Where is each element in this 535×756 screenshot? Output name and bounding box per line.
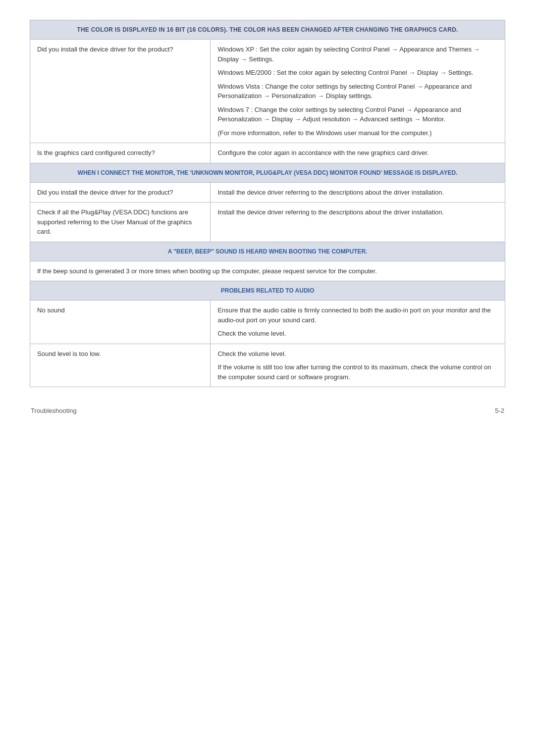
unknown-monitor-row-2: Check if all the Plug&Play (VESA DDC) fu… [30,202,505,242]
color-row-2-left: Is the graphics card configured correctl… [30,143,211,163]
unknown-monitor-row-1-left: Did you install the device driver for th… [30,182,211,202]
unknown-monitor-row-1-right: Install the device driver referring to t… [211,182,505,202]
color-section-header-row: THE COLOR IS DISPLAYED IN 16 BIT (16 COL… [30,20,505,40]
unknown-monitor-header: WHEN I CONNECT THE MONITOR, THE 'UNKNOWN… [30,163,505,182]
audio-section-header-row: PROBLEMS RELATED TO AUDIO [30,281,505,301]
beep-full-row: If the beep sound is generated 3 or more… [30,261,505,281]
audio-row-1-left: No sound [30,301,211,344]
color-row-2: Is the graphics card configured correctl… [30,143,505,163]
beep-full-row-text: If the beep sound is generated 3 or more… [30,261,505,281]
audio-row-2: Sound level is too low. Check the volume… [30,344,505,387]
color-row-2-right: Configure the color again in accordance … [211,143,505,163]
beep-section-header: A "BEEP, BEEP" SOUND IS HEARD WHEN BOOTI… [30,242,505,261]
audio-section-header: PROBLEMS RELATED TO AUDIO [30,281,505,301]
audio-row-2-right: Check the volume level. If the volume is… [211,344,505,387]
color-row-1-right-p5: (For more information, refer to the Wind… [217,128,498,138]
unknown-monitor-row-1: Did you install the device driver for th… [30,182,505,202]
audio-row-1: No sound Ensure that the audio cable is … [30,301,505,344]
audio-row-2-left: Sound level is too low. [30,344,211,387]
color-row-1-right-p3: Windows Vista : Change the color setting… [217,82,498,101]
color-row-2-right-p1: Configure the color again in accordance … [217,148,498,158]
color-row-1-right-p2: Windows ME/2000 : Set the color again by… [217,68,498,78]
color-row-1-right-p1: Windows XP : Set the color again by sele… [217,45,498,64]
unknown-monitor-row-2-right-p1: Install the device driver referring to t… [217,207,498,217]
audio-row-1-right: Ensure that the audio cable is firmly co… [211,301,505,344]
color-row-1-right: Windows XP : Set the color again by sele… [211,40,505,143]
footer-right: 5-2 [495,407,504,414]
beep-section-header-row: A "BEEP, BEEP" SOUND IS HEARD WHEN BOOTI… [30,242,505,261]
footer: Troubleshooting 5-2 [30,407,505,414]
unknown-monitor-row-1-right-p1: Install the device driver referring to t… [217,188,498,198]
audio-row-2-right-p2: If the volume is still too low after tur… [217,362,498,382]
unknown-monitor-header-row: WHEN I CONNECT THE MONITOR, THE 'UNKNOWN… [30,163,505,182]
troubleshooting-table: THE COLOR IS DISPLAYED IN 16 BIT (16 COL… [30,20,505,387]
color-row-1-right-p4: Windows 7 : Change the color settings by… [217,105,498,124]
color-row-1-left: Did you install the device driver for th… [30,40,211,143]
color-row-1: Did you install the device driver for th… [30,40,505,143]
audio-row-1-right-p1: Ensure that the audio cable is firmly co… [217,305,498,325]
color-section-header: THE COLOR IS DISPLAYED IN 16 BIT (16 COL… [30,20,505,40]
unknown-monitor-row-2-right: Install the device driver referring to t… [211,202,505,242]
audio-row-1-right-p2: Check the volume level. [217,329,498,339]
audio-row-2-right-p1: Check the volume level. [217,349,498,359]
footer-left: Troubleshooting [31,407,77,414]
unknown-monitor-row-2-left: Check if all the Plug&Play (VESA DDC) fu… [30,202,211,242]
